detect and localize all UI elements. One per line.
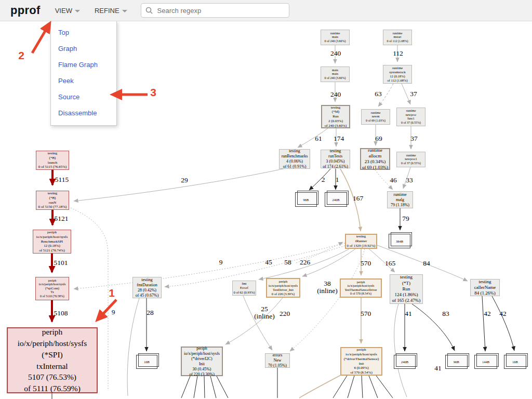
edge-label: 63 xyxy=(375,90,382,98)
edge-label: 167 xyxy=(353,195,363,202)
edge-label: 5101 xyxy=(54,259,68,267)
edge-label: 33 xyxy=(406,177,413,184)
edge-label: 84 xyxy=(423,260,430,267)
edge-label: 29 xyxy=(181,177,188,184)
node-testing-trunner[interactable]: testing tRunner 0 of 1329 (19.92%) xyxy=(345,234,377,249)
view-menu-label: VIEW xyxy=(55,7,72,15)
chevron-down-icon xyxy=(122,10,127,12)
node-testing-b-launch[interactable]: testing (*B) launch 0 of 5115 (76.65%) xyxy=(36,151,69,170)
edge-label: 240 xyxy=(330,91,341,98)
menu-item-disassemble[interactable]: Disassemble xyxy=(51,105,116,121)
alloc-box-96b-bottom[interactable]: 96B xyxy=(445,355,468,369)
alloc-box-384b[interactable]: 384B xyxy=(389,234,410,248)
edge-label: 112 xyxy=(393,50,403,57)
search-box[interactable] xyxy=(141,3,289,18)
node-testing-runbenchmarks[interactable]: testing runBenchmarks 4 (0.06%) of 61 (0… xyxy=(279,149,310,169)
annotation-arrow-2 xyxy=(32,24,49,53)
edge-label: 1 xyxy=(336,176,339,183)
edge-label: 37 xyxy=(410,135,418,142)
node-testing-runtests[interactable]: testing runTests 3 (0.045%) of 174 (2.61… xyxy=(321,150,350,168)
edge-label: 25 (inline) xyxy=(254,305,275,320)
menu-item-source[interactable]: Source xyxy=(51,89,116,105)
search-icon xyxy=(145,7,153,14)
edge-label: 9 xyxy=(112,309,115,316)
menu-item-flame-graph[interactable]: Flame Graph xyxy=(51,57,116,73)
refine-menu-label: REFINE xyxy=(95,7,119,15)
node-main-main[interactable]: main main 0 of 240 (3.60%) xyxy=(321,66,350,82)
node-periph-driveri2c-init[interactable]: periph io/x/periph/host/sysfs (*driverI2… xyxy=(181,347,223,376)
edge-label: 37 xyxy=(410,90,417,98)
menu-item-peek[interactable]: Peek xyxy=(51,73,116,89)
node-errors-new[interactable]: errors New 70 (1.05%) xyxy=(265,353,290,368)
view-menu-button[interactable]: VIEW xyxy=(55,7,80,15)
node-periph-benchmarkspi[interactable]: periph io/x/periph/host/sysfs BenchmarkS… xyxy=(33,230,71,254)
edge-label: 240 xyxy=(330,50,341,57)
alloc-box-240b-bottom[interactable]: 240B xyxy=(394,355,416,369)
edge-label: 165 xyxy=(385,260,395,267)
edge-label: 570 xyxy=(361,310,371,317)
edge-label: 42 xyxy=(484,310,491,317)
alloc-box-96b[interactable]: 96B xyxy=(295,192,317,207)
node-fmt-errorf[interactable]: fmt Errorf 0 of 62 (0.93%) xyxy=(232,281,256,296)
edge-label: 58 xyxy=(284,259,291,266)
search-input[interactable] xyxy=(156,6,285,15)
alloc-box-16b-right[interactable]: 16B xyxy=(504,355,526,369)
edge-label: 174 xyxy=(334,135,344,142)
edge-label: 42 xyxy=(499,310,507,317)
menu-item-top[interactable]: Top xyxy=(51,24,116,41)
node-periph-testthermalsensordriver[interactable]: periph io/x/periph/host/sysfs TestTherma… xyxy=(340,278,382,298)
node-runtime-allocm[interactable]: runtime allocm 23 (0.34%) of 69 (1.03%) xyxy=(360,148,390,170)
node-runtime-newproc1[interactable]: runtime newproc1 0 of 37 (0.55%) xyxy=(396,152,425,167)
view-dropdown-menu: Top Graph Flame Graph Peek Source Disass… xyxy=(50,21,117,126)
edge-label: 83 xyxy=(442,310,449,317)
node-testing-b-runn[interactable]: testing (*B) runN 0 of 5150 (77.18%) xyxy=(36,191,69,210)
node-runtime-systemstack[interactable]: runtime systemstack 12 (0.18%) of 112 (1… xyxy=(383,65,412,84)
node-runtime-mstart[interactable]: runtime mstart 0 of 112 (1.68%) xyxy=(383,30,412,45)
top-bar: pprof VIEW REFINE xyxy=(0,0,532,21)
annotation-number-3: 3 xyxy=(150,86,156,99)
alloc-box-144b[interactable]: 144B xyxy=(474,355,497,369)
edge-label: 220 xyxy=(280,310,290,317)
node-testing-fmtduration[interactable]: testing fmtDuration 28 (0.42%) of 45 (0.… xyxy=(132,277,162,298)
annotation-number-1: 1 xyxy=(109,287,115,299)
edge-label: 69 xyxy=(375,135,382,142)
edge-label: 79 xyxy=(402,215,409,222)
edge-label: 5121 xyxy=(55,215,69,222)
edge-label: 45 xyxy=(265,259,272,266)
refine-menu-button[interactable]: REFINE xyxy=(95,7,127,15)
node-testing-callername[interactable]: testing callerName 84 (1.26%) xyxy=(470,279,500,296)
edge-label: 41 xyxy=(434,365,442,372)
edge-label: 9 xyxy=(219,259,223,266)
node-periph-spiconn-tx[interactable]: periph io/x/periph/host/sysfs (*spiConn)… xyxy=(35,277,69,300)
edge-label: 61 xyxy=(315,135,322,142)
edge-label: 570 xyxy=(361,260,371,267)
node-periph-driverthermalsensor-init[interactable]: periph io/x/periph/host/sysfs (*driverTh… xyxy=(340,347,382,376)
node-testing-t-run[interactable]: testing (*T) Run 124 (1.86%) of 165 (2.4… xyxy=(390,274,423,304)
edge-label: 28 xyxy=(147,309,154,316)
node-runtime-newm[interactable]: runtime newm 0 of 69 (1.03%) xyxy=(361,109,390,125)
edge-label: 46 xyxy=(390,177,397,184)
alloc-box-240b[interactable]: 240B xyxy=(325,192,347,207)
chevron-down-icon xyxy=(75,10,80,12)
edge-label: 5115 xyxy=(55,176,69,183)
edge-label: 41 xyxy=(405,310,412,317)
node-runtime-main[interactable]: runtime main 0 of 240 (3.60%) xyxy=(321,30,350,45)
menu-item-graph[interactable]: Graph xyxy=(51,41,116,57)
node-runtime-malg[interactable]: runtime malg 79 (1.18%) xyxy=(387,191,413,208)
app-logo: pprof xyxy=(10,4,41,17)
edge-label: 226 xyxy=(300,259,310,266)
annotation-number-2: 2 xyxy=(18,49,24,62)
edge-label: 38 (inline) xyxy=(317,280,338,295)
edge-label: 2 xyxy=(322,176,325,183)
alloc-box-16b-left[interactable]: 16B xyxy=(136,355,157,369)
edge-label: 5108 xyxy=(54,310,68,317)
node-periph-spi-txinternal[interactable]: periph io/x/periph/host/sysfs (*SPI) txI… xyxy=(7,327,98,393)
node-periph-testdriver-init[interactable]: periph io/x/periph/host/sysfs TestDriver… xyxy=(266,278,300,298)
node-runtime-newproc-func1[interactable]: runtime newproc func1 0 of 37 (0.55%) xyxy=(396,108,425,126)
node-testing-m-run[interactable]: testing (*M) Run 2 (0.03%) of 240 (3.60%… xyxy=(321,105,350,128)
